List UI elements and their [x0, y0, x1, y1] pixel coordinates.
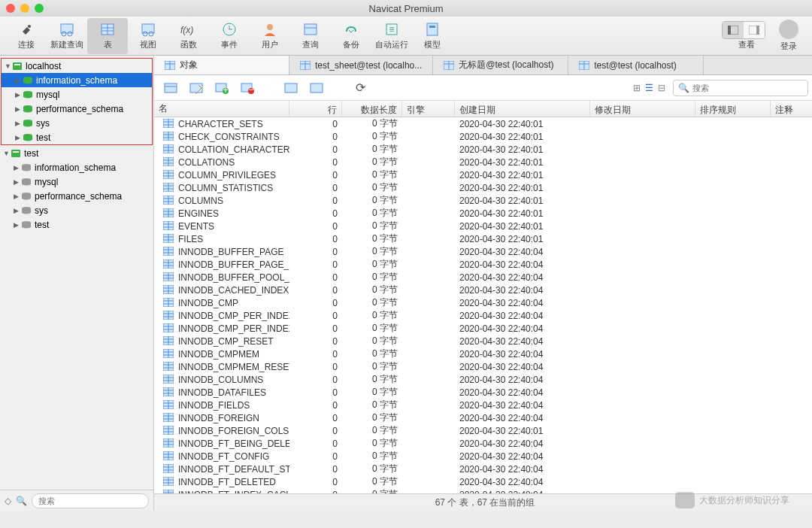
- login-avatar-icon[interactable]: [779, 20, 798, 39]
- toolbar-auto-button[interactable]: ≡自动运行: [371, 18, 412, 54]
- col-note[interactable]: 注释: [771, 101, 812, 117]
- toolbar-query2-button[interactable]: 查询: [290, 18, 331, 54]
- filter-icon[interactable]: ◇: [5, 496, 11, 506]
- table-row[interactable]: FILES00 字节2020-04-30 22:40:01: [154, 232, 812, 245]
- table-row[interactable]: INNODB_FT_BEING_DELET...00 字节2020-04-30 …: [154, 437, 812, 450]
- expand-arrow-icon[interactable]: ▼: [5, 62, 12, 70]
- table-row[interactable]: INNODB_FT_CONFIG00 字节2020-04-30 22:40:04: [154, 450, 812, 463]
- table-list[interactable]: CHARACTER_SETS00 字节2020-04-30 22:40:01CH…: [154, 117, 812, 493]
- database-node[interactable]: ▶mysql: [0, 174, 153, 189]
- database-node[interactable]: ▶information_schema: [2, 73, 152, 87]
- expand-arrow-icon[interactable]: ▶: [14, 193, 21, 200]
- expand-arrow-icon[interactable]: ▼: [3, 150, 11, 157]
- object-search[interactable]: 🔍: [673, 80, 808, 96]
- database-node[interactable]: ▶performance_schema: [2, 102, 152, 116]
- toolbar-user-button[interactable]: 用户: [250, 18, 290, 54]
- table-row[interactable]: INNODB_BUFFER_POOL_S...00 字节2020-04-30 2…: [154, 271, 812, 284]
- design-table-icon[interactable]: [187, 79, 205, 97]
- tab[interactable]: test_sheet@test (localho...: [289, 56, 433, 74]
- table-row[interactable]: INNODB_FT_DEFAULT_ST...00 字节2020-04-30 2…: [154, 463, 812, 475]
- table-row[interactable]: INNODB_FT_DELETED00 字节2020-04-30 22:40:0…: [154, 475, 812, 488]
- view-toggle[interactable]: [722, 21, 765, 39]
- database-node[interactable]: ▶test: [0, 217, 153, 232]
- export-icon[interactable]: [308, 79, 326, 97]
- delete-table-icon[interactable]: −: [238, 79, 256, 97]
- table-row[interactable]: INNODB_CMP00 字节2020-04-30 22:40:04: [154, 296, 812, 309]
- view-grid-icon[interactable]: ⊞: [633, 83, 641, 93]
- refresh-icon[interactable]: ⟳: [351, 79, 369, 97]
- toolbar-fx-button[interactable]: f(x)函数: [168, 18, 209, 54]
- table-row[interactable]: COLUMNS00 字节2020-04-30 22:40:01: [154, 194, 812, 207]
- table-row[interactable]: CHECK_CONSTRAINTS00 字节2020-04-30 22:40:0…: [154, 130, 812, 143]
- tab[interactable]: 无标题@test (localhost): [433, 56, 568, 74]
- connection-node[interactable]: ▼test: [0, 146, 153, 160]
- view-list-icon[interactable]: ☰: [645, 83, 653, 93]
- close-button[interactable]: [6, 4, 15, 13]
- table-row[interactable]: INNODB_CMP_PER_INDEX00 字节2020-04-30 22:4…: [154, 309, 812, 322]
- database-node[interactable]: ▶mysql: [2, 87, 152, 102]
- toolbar-plug-button[interactable]: 连接: [6, 18, 47, 54]
- import-icon[interactable]: [282, 79, 300, 97]
- table-row[interactable]: INNODB_FIELDS00 字节2020-04-30 22:40:04: [154, 399, 812, 411]
- col-mtime[interactable]: 修改日期: [590, 101, 695, 117]
- expand-arrow-icon[interactable]: ▶: [14, 221, 21, 229]
- object-search-input[interactable]: [692, 83, 803, 93]
- view-detail-icon[interactable]: ⊟: [658, 83, 665, 93]
- tab[interactable]: 对象: [154, 56, 289, 74]
- expand-arrow-icon[interactable]: ▶: [15, 77, 23, 84]
- maximize-button[interactable]: [35, 4, 44, 13]
- table-row[interactable]: INNODB_CMP_RESET00 字节2020-04-30 22:40:04: [154, 335, 812, 347]
- expand-arrow-icon[interactable]: ▶: [15, 134, 23, 141]
- view-left-icon[interactable]: [723, 22, 744, 38]
- table-row[interactable]: INNODB_DATAFILES00 字节2020-04-30 22:40:04: [154, 386, 812, 399]
- connection-tree[interactable]: ▼localhost▶information_schema▶mysql▶perf…: [0, 56, 153, 490]
- table-row[interactable]: CHARACTER_SETS00 字节2020-04-30 22:40:01: [154, 117, 812, 130]
- expand-arrow-icon[interactable]: ▶: [14, 178, 21, 186]
- table-row[interactable]: COLLATIONS00 字节2020-04-30 22:40:01: [154, 156, 812, 168]
- database-node[interactable]: ▶sys: [0, 203, 153, 217]
- expand-arrow-icon[interactable]: ▶: [14, 164, 21, 171]
- col-len[interactable]: 数据长度: [342, 101, 402, 117]
- col-collation[interactable]: 排序规则: [695, 101, 771, 117]
- sidebar-search-input[interactable]: [32, 493, 149, 508]
- table-row[interactable]: ENGINES00 字节2020-04-30 22:40:01: [154, 207, 812, 220]
- table-row[interactable]: COLUMN_STATISTICS00 字节2020-04-30 22:40:0…: [154, 181, 812, 194]
- expand-arrow-icon[interactable]: ▶: [15, 105, 23, 113]
- toolbar-model-button[interactable]: 模型: [412, 18, 453, 54]
- table-row[interactable]: INNODB_CMP_PER_INDEX...00 字节2020-04-30 2…: [154, 322, 812, 335]
- table-row[interactable]: EVENTS00 字节2020-04-30 22:40:01: [154, 220, 812, 232]
- col-engine[interactable]: 引擎: [402, 101, 455, 117]
- table-row[interactable]: COLUMN_PRIVILEGES00 字节2020-04-30 22:40:0…: [154, 168, 812, 181]
- table-row[interactable]: COLLATION_CHARACTER_...00 字节2020-04-30 2…: [154, 143, 812, 156]
- table-row[interactable]: INNODB_BUFFER_PAGE00 字节2020-04-30 22:40:…: [154, 245, 812, 258]
- table-row[interactable]: INNODB_FOREIGN00 字节2020-04-30 22:40:04: [154, 411, 812, 424]
- table-row[interactable]: INNODB_COLUMNS00 字节2020-04-30 22:40:04: [154, 373, 812, 386]
- database-node[interactable]: ▶information_schema: [0, 160, 153, 174]
- col-name[interactable]: 名: [154, 101, 289, 117]
- table-row[interactable]: INNODB_BUFFER_PAGE_L...00 字节2020-04-30 2…: [154, 258, 812, 271]
- database-node[interactable]: ▶test: [2, 130, 152, 144]
- database-node[interactable]: ▶performance_schema: [0, 189, 153, 203]
- view-right-icon[interactable]: [744, 22, 765, 38]
- toolbar-event-button[interactable]: 事件: [209, 18, 250, 54]
- open-table-icon[interactable]: [162, 79, 180, 97]
- table-row[interactable]: INNODB_CMPMEM00 字节2020-04-30 22:40:04: [154, 347, 812, 360]
- database-node[interactable]: ▶sys: [2, 116, 152, 130]
- table-row[interactable]: INNODB_FOREIGN_COLS00 字节2020-04-30 22:40…: [154, 424, 812, 437]
- col-ctime[interactable]: 创建日期: [455, 101, 590, 117]
- tab[interactable]: test@test (localhost): [568, 56, 704, 74]
- toolbar-backup-button[interactable]: 备份: [331, 18, 371, 54]
- toolbar-query-button[interactable]: 新建查询: [47, 18, 87, 54]
- col-rows[interactable]: 行: [289, 101, 342, 117]
- toolbar-view-button[interactable]: 视图: [128, 18, 168, 54]
- table-row[interactable]: INNODB_FT_INDEX_CACHE00 字节2020-04-30 22:…: [154, 488, 812, 493]
- table-row[interactable]: INNODB_CACHED_INDEXES00 字节2020-04-30 22:…: [154, 284, 812, 296]
- connection-node[interactable]: ▼localhost: [2, 59, 152, 73]
- expand-arrow-icon[interactable]: ▶: [15, 120, 23, 127]
- toolbar-table-button[interactable]: 表: [87, 18, 128, 54]
- expand-arrow-icon[interactable]: ▶: [14, 207, 21, 214]
- expand-arrow-icon[interactable]: ▶: [15, 91, 23, 99]
- minimize-button[interactable]: [20, 4, 29, 13]
- table-row[interactable]: INNODB_CMPMEM_RESET00 字节2020-04-30 22:40…: [154, 360, 812, 373]
- new-table-icon[interactable]: +: [213, 79, 231, 97]
